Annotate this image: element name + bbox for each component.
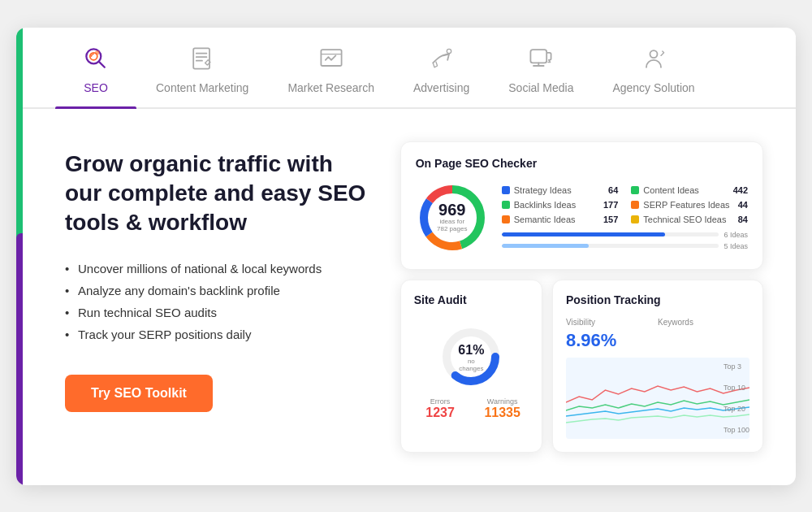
audit-errors-val: 1237 — [414, 406, 467, 420]
market-icon — [315, 42, 348, 75]
stat-semantic: Semantic Ideas 157 — [502, 215, 619, 224]
audit-body: 61% no changes Errors 1237 Warnings — [414, 318, 529, 420]
audit-warnings-label: Warnings — [476, 397, 529, 406]
donut-number: 969 — [437, 202, 467, 218]
prog-bar-bg-2 — [502, 244, 719, 248]
chart-labels: Top 3 Top 10 Top 20 Top 100 — [723, 358, 749, 439]
stat-dot-content — [631, 186, 639, 194]
tab-seo[interactable]: SEO — [55, 28, 136, 107]
audit-errors-label: Errors — [414, 397, 467, 406]
position-tracking-card: Position Tracking Visibility 8.96% Keywo… — [552, 280, 763, 453]
donut-sub: ideas for782 pages — [437, 218, 467, 233]
stat-label-content: Content Ideas — [643, 185, 728, 195]
svg-rect-3 — [193, 48, 209, 68]
keywords-label: Keywords — [658, 318, 749, 327]
donut-center: 969 ideas for782 pages — [437, 202, 467, 233]
gauge-chart: 61% no changes — [438, 324, 503, 389]
bullet-3: Run technical SEO audits — [65, 302, 368, 323]
stat-label-serp: SERP Features Ideas — [643, 200, 733, 210]
bullet-4: Track your SERP positions daily — [65, 323, 368, 345]
svg-point-5 — [447, 49, 451, 53]
cta-button[interactable]: Try SEO Toolkit — [65, 375, 213, 412]
advertising-icon — [425, 42, 458, 75]
seo-checker-title: On Page SEO Checker — [416, 157, 748, 170]
tab-seo-label: SEO — [84, 81, 108, 94]
tab-market[interactable]: Market Research — [268, 28, 394, 107]
position-visibility: Visibility 8.96% — [566, 318, 658, 351]
right-content: On Page SEO Checker — [400, 141, 763, 453]
svg-rect-4 — [321, 50, 341, 66]
tab-content-label: Content Marketing — [156, 81, 248, 94]
site-audit-title: Site Audit — [414, 293, 529, 306]
stat-dot-serp — [631, 201, 639, 209]
seo-icon — [80, 42, 112, 75]
position-keywords: Keywords — [658, 318, 749, 351]
tab-social-label: Social Media — [508, 81, 573, 94]
stat-dot-technical — [631, 215, 639, 223]
visibility-label: Visibility — [566, 318, 658, 327]
tab-market-label: Market Research — [287, 81, 374, 94]
audit-warnings-val: 11335 — [476, 406, 529, 420]
gauge-percent: 61% — [455, 343, 487, 358]
content-area: Grow organic traffic with our complete a… — [16, 109, 796, 485]
seo-stats-grid: Strategy Ideas 64 Content Ideas 442 Back… — [502, 185, 748, 224]
position-header: Visibility 8.96% Keywords — [566, 318, 749, 351]
donut-chart: 969 ideas for782 pages — [416, 181, 489, 254]
tab-advertising[interactable]: Advertising — [394, 28, 489, 107]
audit-warnings: Warnings 11335 — [476, 397, 529, 420]
stat-backlinks: Backlinks Ideas 177 — [502, 200, 619, 210]
site-audit-card: Site Audit 61% no changes — [400, 280, 542, 453]
label-top3: Top 3 — [723, 362, 749, 371]
left-content: Grow organic traffic with our complete a… — [65, 141, 368, 412]
prog-label-2: 5 Ideas — [723, 242, 748, 250]
bullet-1: Uncover millions of national & local key… — [65, 258, 368, 280]
stat-serp: SERP Features Ideas 44 — [631, 200, 748, 210]
stat-strategy: Strategy Ideas 64 — [502, 185, 619, 195]
stat-val-backlinks: 177 — [603, 200, 618, 210]
prog-row-1: 6 Ideas — [502, 231, 748, 239]
stat-val-strategy: 64 — [608, 185, 618, 195]
tab-agency-label: Agency Solution — [612, 81, 694, 94]
seo-checker-body: 969 ideas for782 pages Strategy Ideas 64 — [416, 181, 748, 254]
stat-label-backlinks: Backlinks Ideas — [514, 200, 599, 210]
gauge-sub: no changes — [455, 358, 487, 372]
prog-row-2: 5 Ideas — [502, 242, 748, 250]
tab-agency[interactable]: Agency Solution — [593, 28, 714, 107]
stat-dot-semantic — [502, 215, 510, 223]
tab-content[interactable]: Content Marketing — [136, 28, 268, 107]
nav-tabs: SEO Content Marketing Market Researc — [16, 28, 796, 109]
tab-social[interactable]: Social Media — [489, 28, 593, 107]
accent-purple-bar — [16, 233, 23, 485]
stat-technical: Technical SEO Ideas 84 — [631, 215, 748, 224]
gauge-center: 61% no changes — [455, 343, 487, 372]
prog-label-1: 6 Ideas — [723, 231, 748, 239]
prog-bar-bg-1 — [502, 232, 719, 236]
stat-val-semantic: 157 — [603, 215, 618, 224]
tab-advertising-label: Advertising — [413, 81, 469, 94]
visibility-value: 8.96% — [566, 330, 658, 351]
stat-val-content: 442 — [733, 185, 748, 195]
stat-label-semantic: Semantic Ideas — [514, 215, 599, 224]
position-tracking-title: Position Tracking — [566, 293, 749, 306]
stat-content: Content Ideas 442 — [631, 185, 748, 195]
stat-label-technical: Technical SEO Ideas — [643, 215, 733, 224]
prog-bar-fill-1 — [502, 232, 665, 236]
progress-bars: 6 Ideas 5 Ideas — [502, 231, 748, 250]
main-card: SEO Content Marketing Market Researc — [16, 28, 796, 485]
agency-icon — [637, 42, 670, 75]
stat-dot-backlinks — [502, 201, 510, 209]
svg-point-7 — [650, 50, 658, 58]
stat-label-strategy: Strategy Ideas — [514, 185, 604, 195]
bottom-row: Site Audit 61% no changes — [400, 280, 763, 453]
social-icon — [525, 42, 557, 75]
content-icon — [186, 42, 218, 75]
stat-val-technical: 84 — [738, 215, 748, 224]
position-chart: Top 3 Top 10 Top 20 Top 100 — [566, 358, 749, 439]
svg-rect-6 — [531, 50, 547, 63]
seo-checker-card: On Page SEO Checker — [400, 141, 763, 270]
bullet-list: Uncover millions of national & local key… — [65, 258, 368, 345]
label-top100: Top 100 — [723, 426, 749, 434]
label-top10: Top 10 — [723, 384, 749, 392]
main-heading: Grow organic traffic with our complete a… — [65, 150, 368, 238]
audit-errors: Errors 1237 — [414, 397, 467, 420]
